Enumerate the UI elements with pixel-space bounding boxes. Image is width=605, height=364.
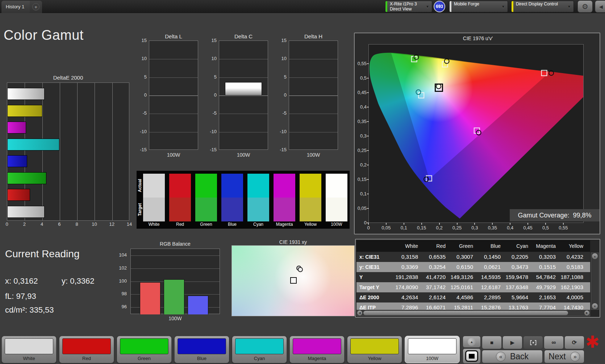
axis-tick-label: 104 bbox=[114, 252, 127, 258]
collapse-panel-button[interactable]: ◀ bbox=[595, 0, 605, 13]
scroll-right-button[interactable]: ▶ bbox=[584, 310, 589, 316]
axis-tick-label: -10 bbox=[274, 129, 287, 134]
refresh-button[interactable]: ⟳ bbox=[564, 336, 584, 349]
actual-swatch-magenta bbox=[274, 174, 295, 198]
table-cell: 137,6348 bbox=[504, 282, 532, 292]
axis-tick-label: -5 bbox=[204, 110, 217, 116]
patch-button-yellow[interactable]: Yellow bbox=[347, 336, 402, 363]
axis-tick-label: -15 bbox=[204, 147, 217, 152]
chevron-down-icon: ▼ bbox=[501, 5, 505, 9]
scrollbar-thumb[interactable] bbox=[363, 311, 568, 315]
deltae-bar-blue bbox=[7, 155, 27, 167]
patch-button-red[interactable]: Red bbox=[59, 336, 114, 363]
single-measure-button[interactable] bbox=[523, 336, 543, 349]
results-table: WhiteRedGreenBlueCyanMagentaYellow x: CI… bbox=[356, 240, 590, 311]
next-button[interactable]: Next » bbox=[544, 350, 584, 363]
swatch-label: Cyan bbox=[245, 222, 271, 227]
deltae-bar-cyan bbox=[7, 139, 59, 151]
measured-marker-magenta bbox=[476, 130, 481, 135]
play-button[interactable]: ▶ bbox=[502, 336, 522, 349]
table-cell: 174,8090 bbox=[394, 282, 422, 292]
refresh-icon: ⟳ bbox=[572, 339, 577, 346]
measure-frame-icon bbox=[530, 340, 537, 345]
table-cell: 2,2895 bbox=[477, 292, 504, 302]
gridline bbox=[149, 96, 198, 96]
add-tab-button[interactable]: + bbox=[30, 1, 42, 13]
deltae-bar-green bbox=[7, 172, 46, 184]
swatch-columns: WhiteRedGreenBlueCyanMagentaYellow100W bbox=[137, 171, 350, 229]
swatch-label: White bbox=[141, 222, 167, 227]
tick-mark bbox=[563, 223, 564, 225]
table-horizontal-scrollbar[interactable]: ◀ ▶ bbox=[356, 310, 590, 316]
axis-tick-label: 0 bbox=[274, 92, 287, 98]
axis-tick-label: 0,55 bbox=[556, 225, 571, 230]
target-swatch-cyan bbox=[247, 198, 269, 221]
table-vertical-scrollbar[interactable]: ▲ ▼ bbox=[591, 253, 599, 310]
axis-tick-label: 0,4 bbox=[503, 225, 517, 230]
yellow-swatch bbox=[350, 338, 399, 354]
patch-button-cyan[interactable]: Cyan bbox=[232, 336, 287, 363]
gridline bbox=[289, 77, 338, 78]
patch-button-label: Yellow bbox=[347, 356, 402, 361]
patch-button-magenta[interactable]: Magenta bbox=[289, 336, 345, 363]
gear-icon: ⚙ bbox=[582, 2, 588, 11]
axis-tick-label: 0 bbox=[134, 92, 147, 98]
cie1931-chart bbox=[231, 245, 355, 316]
gridline bbox=[219, 132, 268, 132]
patch-button-100w[interactable]: 100W bbox=[405, 336, 460, 363]
scroll-left-button[interactable]: ◀ bbox=[357, 310, 362, 316]
back-button[interactable]: « Back bbox=[482, 350, 543, 363]
axis-tick-label: 0,5 bbox=[355, 75, 367, 81]
patch-button-blue[interactable]: Blue bbox=[174, 336, 229, 363]
scroll-up-button[interactable]: ▲ bbox=[592, 253, 598, 259]
pattern-window-button[interactable] bbox=[463, 348, 481, 364]
tick-mark bbox=[367, 78, 369, 79]
tick-mark bbox=[404, 223, 404, 225]
measured-marker-green bbox=[414, 55, 419, 59]
table-cell: 4,4586 bbox=[449, 292, 477, 302]
axis-tick-label: -5 bbox=[134, 110, 147, 116]
tab-history[interactable]: History 1 bbox=[1, 1, 30, 13]
pattern-window-icon bbox=[465, 350, 478, 362]
table-row: x: CIE310,31580,65350,30070,14500,22050,… bbox=[356, 252, 590, 262]
swatch-label: Blue bbox=[219, 222, 245, 227]
actual-swatch-cyan bbox=[247, 174, 269, 198]
actual-target-swatch-strip: Actual Target WhiteRedGreenBlueCyanMagen… bbox=[137, 171, 350, 229]
axis-tick-label: -10 bbox=[134, 129, 147, 134]
target-marker-white bbox=[290, 277, 297, 284]
axis-tick-label: 0,05 bbox=[379, 225, 393, 230]
software-dropdown[interactable]: Direct Display Control ▼ bbox=[511, 1, 574, 12]
infinity-icon: ∞ bbox=[551, 339, 556, 346]
target-swatch-white bbox=[143, 198, 165, 221]
axis-tick-label: 98 bbox=[114, 291, 127, 296]
chevron-left-icon: ◀ bbox=[599, 4, 603, 9]
chevron-double-left-icon: « bbox=[496, 352, 506, 361]
axis-tick-label: 0,3 bbox=[355, 133, 367, 139]
gridline bbox=[149, 114, 198, 114]
gridline bbox=[289, 114, 338, 114]
target-swatch-blue bbox=[221, 198, 243, 221]
axis-tick-label: 0,45 bbox=[521, 225, 535, 230]
workflow-dropdown[interactable]: Mobile Forge ▼ bbox=[449, 1, 508, 12]
deltae-bar-white bbox=[7, 88, 45, 100]
patch-button-green[interactable]: Green bbox=[117, 336, 172, 363]
axis-tick-label: 0,1 bbox=[355, 191, 367, 196]
axis-tick-label: 0,45 bbox=[355, 90, 367, 95]
patch-button-white[interactable]: White bbox=[1, 336, 57, 363]
table-cell: 125,0161 bbox=[449, 282, 477, 292]
column-header-green: Green bbox=[449, 240, 477, 252]
scroll-down-button[interactable]: ▼ bbox=[592, 303, 598, 309]
target-marker-blue bbox=[426, 176, 432, 181]
deltae-bar-red bbox=[7, 189, 30, 201]
top-bar: History 1 + X-Rite i1Pro 3Direct View ▼ … bbox=[0, 0, 605, 13]
stop-button[interactable]: ■ bbox=[482, 336, 502, 349]
deltae2000-x-axis: 02468101214 bbox=[0, 221, 145, 227]
axis-tick-label: -10 bbox=[204, 129, 217, 134]
target-swatch-red bbox=[169, 198, 191, 221]
settings-button[interactable]: ⚙ bbox=[577, 0, 593, 13]
continuous-measure-button[interactable]: ∞ bbox=[544, 336, 564, 349]
table-row: Target Y174,809037,1742125,016112,618713… bbox=[356, 282, 590, 292]
axis-tick-label: 14 bbox=[124, 221, 134, 227]
expand-panel-button[interactable]: ▲ bbox=[463, 336, 481, 348]
meter-dropdown[interactable]: X-Rite i1Pro 3Direct View ▼ bbox=[385, 1, 432, 12]
